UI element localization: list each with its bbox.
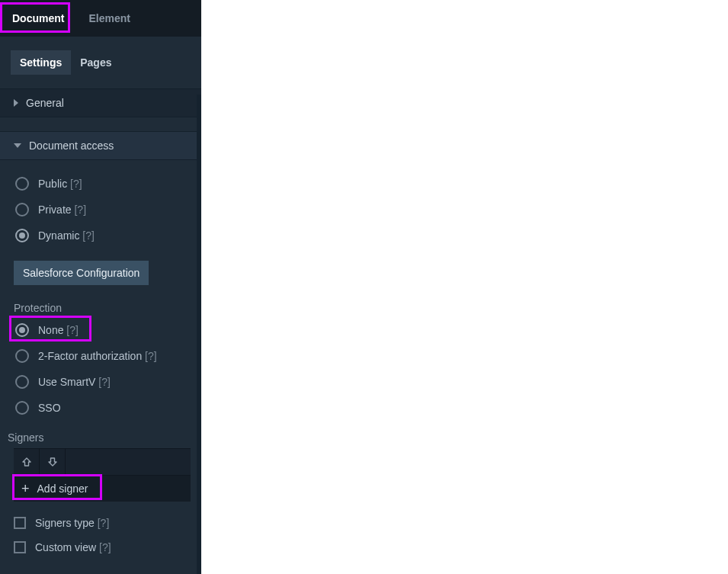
radio-icon xyxy=(15,177,29,191)
sub-tab-pages-label: Pages xyxy=(80,56,111,69)
radio-label: None [?] xyxy=(38,324,79,336)
button-label: Salesforce Configuration xyxy=(23,267,140,279)
radio-icon xyxy=(15,203,29,216)
signers-reorder-toolbar xyxy=(14,448,191,476)
radio-access-public[interactable]: Public [?] xyxy=(14,171,188,197)
radio-label: Public [?] xyxy=(38,178,82,190)
tab-document-label: Document xyxy=(12,12,64,24)
properties-sidebar: Document Element Settings Pages General … xyxy=(0,0,201,574)
radio-protection-2fa[interactable]: 2-Factor authorization [?] xyxy=(14,343,188,369)
checkbox-icon xyxy=(14,517,26,529)
protection-group-label: Protection xyxy=(6,302,188,314)
scrollbar-track[interactable] xyxy=(197,95,201,574)
chevron-down-icon xyxy=(14,143,21,148)
move-signer-up-button[interactable] xyxy=(14,449,40,475)
arrow-up-icon xyxy=(21,457,32,467)
radio-label: Private [?] xyxy=(38,204,86,216)
sub-tabs: Settings Pages xyxy=(0,37,201,88)
radio-icon xyxy=(15,323,29,337)
tab-element[interactable]: Element xyxy=(76,0,142,37)
add-signer-label: Add signer xyxy=(37,483,88,495)
radio-protection-smartv[interactable]: Use SmartV [?] xyxy=(14,369,188,395)
section-general-label: General xyxy=(26,97,64,109)
checkbox-signers-type[interactable]: Signers type [?] xyxy=(0,511,201,535)
radio-icon xyxy=(15,401,29,415)
radio-protection-none[interactable]: None [?] xyxy=(14,317,188,343)
section-document-access-body: Public [?] Private [?] Dynamic [?] Sales… xyxy=(0,160,201,425)
radio-access-dynamic[interactable]: Dynamic [?] xyxy=(14,223,188,249)
plus-icon: + xyxy=(21,482,30,495)
radio-icon xyxy=(15,375,29,389)
top-tabs: Document Element xyxy=(0,0,201,37)
sub-tab-pages[interactable]: Pages xyxy=(71,50,120,75)
section-gap xyxy=(0,117,201,131)
checkbox-custom-view[interactable]: Custom view [?] xyxy=(0,535,201,560)
radio-label: Use SmartV [?] xyxy=(38,376,111,388)
section-document-access-header[interactable]: Document access xyxy=(0,131,201,160)
radio-access-private[interactable]: Private [?] xyxy=(14,197,188,223)
checkbox-label: Signers type [?] xyxy=(35,517,109,529)
radio-icon xyxy=(15,229,29,242)
checkbox-label: Custom view [?] xyxy=(35,541,111,553)
section-general-header[interactable]: General xyxy=(0,88,201,117)
tab-document[interactable]: Document xyxy=(0,0,76,37)
move-signer-down-button[interactable] xyxy=(40,449,66,475)
radio-label: SSO xyxy=(38,402,61,414)
add-signer-button[interactable]: + Add signer xyxy=(14,476,191,502)
signers-group-label: Signers xyxy=(0,425,201,448)
arrow-down-icon xyxy=(47,457,58,467)
radio-label: Dynamic [?] xyxy=(38,229,95,242)
sub-tab-settings-label: Settings xyxy=(20,56,62,69)
tab-element-label: Element xyxy=(88,12,130,24)
radio-protection-sso[interactable]: SSO xyxy=(14,395,188,421)
radio-icon xyxy=(15,349,29,363)
salesforce-configuration-button[interactable]: Salesforce Configuration xyxy=(14,261,149,285)
checkbox-icon xyxy=(14,541,26,553)
chevron-right-icon xyxy=(14,99,18,107)
radio-label: 2-Factor authorization [?] xyxy=(38,350,157,362)
sub-tab-settings[interactable]: Settings xyxy=(11,50,71,75)
section-document-access-label: Document access xyxy=(29,139,114,152)
